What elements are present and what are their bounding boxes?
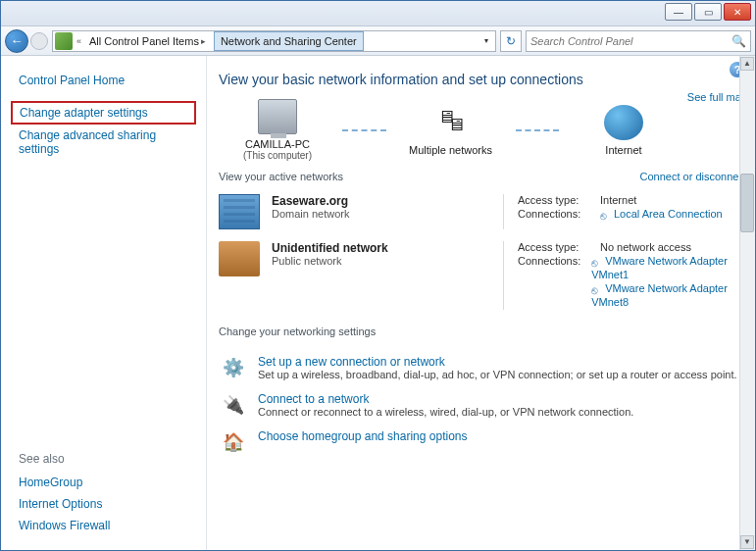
sidebar-change-advanced[interactable]: Change advanced sharing settings: [11, 125, 196, 160]
map-middle: Multiple networks: [392, 105, 510, 156]
network-map: See full map CAMILLA-PC (This computer) …: [219, 99, 747, 161]
active-networks-header: View your active networks Connect or dis…: [219, 171, 747, 182]
see-full-map-link[interactable]: See full map: [687, 91, 747, 103]
maximize-button[interactable]: ▭: [694, 3, 722, 21]
connections-label: Connections:: [518, 208, 592, 222]
network-name: Unidentified network: [272, 241, 388, 255]
globe-icon: [604, 105, 643, 140]
search-input[interactable]: [530, 35, 731, 47]
network-block: Unidentified network Public network Acce…: [219, 235, 747, 316]
adapter-icon: ⎋: [591, 257, 603, 269]
connection-link[interactable]: Local Area Connection: [614, 208, 723, 220]
new-connection-icon: ⚙️: [219, 355, 248, 380]
access-label: Access type:: [518, 194, 592, 206]
task-link[interactable]: Set up a new connection or network: [258, 355, 737, 369]
task-item: 🏠 Choose homegroup and sharing options: [219, 424, 747, 461]
network-type: Domain network: [272, 208, 349, 220]
task-desc: Set up a wireless, broadband, dial-up, a…: [258, 369, 737, 380]
navbar: ← « All Control Panel Items▸ Network and…: [1, 26, 755, 56]
refresh-button[interactable]: ↻: [500, 30, 522, 52]
breadcrumb[interactable]: « All Control Panel Items▸ Network and S…: [52, 30, 496, 52]
map-computer-sub: (This computer): [219, 150, 336, 161]
map-computer: CAMILLA-PC (This computer): [219, 99, 336, 161]
computer-icon: [258, 99, 297, 134]
search-box[interactable]: 🔍: [526, 30, 751, 52]
access-value: Internet: [600, 194, 636, 206]
access-label: Access type:: [518, 241, 592, 253]
content: ? View your basic network information an…: [207, 56, 755, 550]
body: Control Panel Home Change adapter settin…: [1, 56, 755, 550]
titlebar: — ▭ ✕: [1, 1, 755, 26]
task-desc: Connect or reconnect to a wireless, wire…: [258, 406, 633, 418]
map-connector-icon: [342, 129, 386, 131]
window-controls: — ▭ ✕: [665, 3, 751, 21]
connections-label: Connections:: [518, 255, 583, 280]
network-type: Public network: [272, 255, 388, 267]
scroll-down-button[interactable]: ▼: [740, 535, 754, 549]
breadcrumb-current[interactable]: Network and Sharing Center: [214, 31, 364, 51]
sidebar-windows-firewall[interactable]: Windows Firewall: [11, 515, 196, 536]
breadcrumb-dropdown[interactable]: ▾: [478, 36, 495, 45]
breadcrumb-current-label: Network and Sharing Center: [221, 35, 357, 47]
change-settings-header: Change your networking settings: [219, 326, 747, 337]
task-item: 🔌 Connect to a network Connect or reconn…: [219, 386, 747, 424]
sidebar: Control Panel Home Change adapter settin…: [1, 56, 207, 550]
see-also-label: See also: [11, 448, 196, 472]
sidebar-homegroup[interactable]: HomeGroup: [11, 472, 196, 493]
tasks: ⚙️ Set up a new connection or network Se…: [219, 349, 747, 461]
breadcrumb-parent[interactable]: All Control Panel Items▸: [83, 31, 214, 51]
window: — ▭ ✕ ← « All Control Panel Items▸ Netwo…: [0, 0, 756, 551]
map-internet-label: Internet: [565, 144, 682, 156]
map-connector-icon: [516, 129, 560, 131]
active-networks-label: View your active networks: [219, 171, 343, 182]
nav-buttons: ←: [5, 28, 48, 54]
back-button[interactable]: ←: [5, 29, 28, 53]
adapter-icon: ⎋: [600, 210, 612, 222]
scroll-up-button[interactable]: ▲: [740, 57, 754, 71]
chevron-right-icon: ▸: [199, 36, 208, 46]
network-block: Easeware.org Domain network Access type:…: [219, 188, 747, 235]
access-value: No network access: [600, 241, 691, 253]
map-computer-name: CAMILLA-PC: [219, 138, 336, 150]
connection-link[interactable]: VMware Network Adapter VMnet1: [591, 255, 728, 280]
networks-icon: [431, 105, 471, 140]
task-link[interactable]: Choose homegroup and sharing options: [258, 429, 467, 443]
task-link[interactable]: Connect to a network: [258, 392, 633, 406]
domain-network-icon: [219, 194, 260, 229]
breadcrumb-parent-label: All Control Panel Items: [89, 35, 199, 47]
scroll-thumb[interactable]: [740, 174, 754, 232]
minimize-button[interactable]: —: [665, 3, 692, 21]
connect-network-icon: 🔌: [219, 392, 248, 418]
public-network-icon: [219, 241, 260, 276]
close-button[interactable]: ✕: [724, 3, 751, 21]
adapter-icon: ⎋: [591, 284, 603, 296]
homegroup-icon: 🏠: [219, 429, 248, 455]
page-title: View your basic network information and …: [219, 72, 747, 87]
change-settings-label: Change your networking settings: [219, 326, 376, 337]
forward-button[interactable]: [30, 32, 48, 50]
map-internet: Internet: [565, 105, 682, 156]
connect-disconnect-link[interactable]: Connect or disconnect: [640, 171, 747, 182]
scrollbar[interactable]: ▲ ▼: [739, 56, 755, 550]
sidebar-change-adapter[interactable]: Change adapter settings: [11, 101, 196, 125]
connection-link[interactable]: VMware Network Adapter VMnet8: [591, 282, 728, 308]
sidebar-home[interactable]: Control Panel Home: [11, 70, 196, 91]
chevron-icon: «: [75, 36, 83, 46]
map-middle-label: Multiple networks: [392, 144, 510, 156]
sidebar-internet-options[interactable]: Internet Options: [11, 493, 196, 515]
task-item: ⚙️ Set up a new connection or network Se…: [219, 349, 747, 386]
search-icon: 🔍: [731, 34, 746, 48]
control-panel-icon: [55, 32, 73, 50]
network-name: Easeware.org: [272, 194, 349, 208]
